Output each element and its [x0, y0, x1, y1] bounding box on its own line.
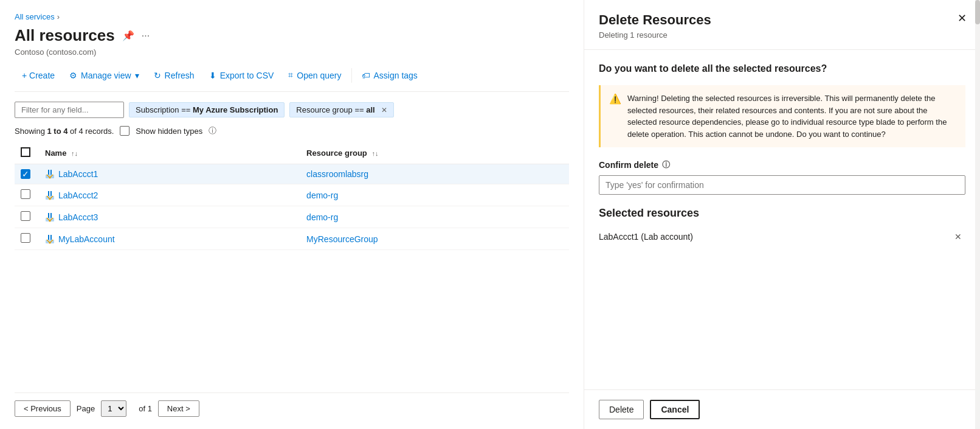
cancel-button[interactable]: Cancel [650, 400, 700, 419]
resource-name-4: MyLabAccount [58, 234, 115, 244]
pagination: < Previous Page 1 of 1 Next > [15, 392, 569, 417]
resource-link-mylabaccount[interactable]: MyLabAccount [45, 234, 294, 244]
rg-link-1[interactable]: classroomlabsrg [306, 169, 368, 179]
svg-rect-14 [50, 235, 52, 240]
delete-button[interactable]: Delete [599, 400, 644, 419]
svg-rect-10 [50, 213, 52, 218]
show-hidden-checkbox[interactable] [120, 126, 129, 136]
row-1-checkbox[interactable]: ✓ [21, 169, 30, 179]
warning-box: ⚠️ Warning! Deleting the selected resour… [599, 85, 965, 147]
resource-group-filter-tag: Resource group == all ✕ [289, 102, 393, 117]
chevron-down-icon: ▾ [135, 71, 139, 80]
rg-link-3[interactable]: demo-rg [306, 212, 338, 222]
svg-rect-9 [48, 213, 49, 218]
query-label: Open query [297, 71, 341, 80]
resource-group-filter-close[interactable]: ✕ [381, 106, 387, 114]
delete-resources-panel: Delete Resources Deleting 1 resource ✕ D… [584, 0, 980, 429]
resource-name-3: LabAccct3 [58, 212, 98, 222]
scrollbar-thumb[interactable] [975, 0, 980, 24]
resource-name-2: LabAccct2 [58, 190, 98, 200]
export-icon: ⬇ [209, 71, 216, 80]
query-icon: ⌗ [288, 70, 293, 80]
confirm-info-icon[interactable]: ⓘ [662, 159, 670, 170]
left-panel: All services › All resources 📌 ··· Conto… [0, 0, 584, 429]
next-button[interactable]: Next > [158, 400, 199, 417]
resources-table: Name ↑↓ Resource group ↑↓ ✓ [15, 142, 569, 250]
confirm-input[interactable] [599, 175, 965, 195]
records-text: Showing 1 to 4 of 4 records. [15, 127, 114, 136]
selected-resource-name: LabAccct1 (Lab account) [599, 232, 693, 242]
row-4-checkbox[interactable] [21, 233, 30, 243]
rg-link-4[interactable]: MyResourceGroup [306, 234, 378, 244]
confirm-label-text: Confirm delete [599, 160, 658, 170]
confirm-label: Confirm delete ⓘ [599, 159, 965, 170]
refresh-button[interactable]: ↻ Refresh [147, 67, 202, 84]
refresh-label: Refresh [165, 71, 195, 80]
table-row: ✓ [15, 164, 569, 184]
refresh-icon: ↻ [154, 71, 161, 80]
pin-icon[interactable]: 📌 [122, 30, 134, 41]
scrollbar-track[interactable] [975, 0, 980, 429]
lab-icon [45, 234, 55, 244]
page-select[interactable]: 1 [101, 400, 126, 417]
selected-resources-section: Selected resources LabAccct1 (Lab accoun… [599, 207, 965, 246]
remove-resource-button[interactable]: ✕ [951, 231, 965, 243]
name-sort-icon[interactable]: ↑↓ [71, 150, 78, 157]
svg-rect-2 [50, 170, 52, 175]
svg-point-3 [49, 177, 51, 179]
page-subtitle: Contoso (contoso.com) [15, 47, 569, 57]
selected-resources-title: Selected resources [599, 207, 965, 220]
more-icon[interactable]: ··· [142, 30, 150, 41]
svg-point-15 [49, 242, 51, 243]
svg-point-7 [49, 198, 51, 200]
export-label: Export to CSV [220, 71, 274, 80]
page-title: All resources [15, 26, 115, 45]
table-row: MyLabAccount MyResourceGroup [15, 228, 569, 250]
rg-sort-icon[interactable]: ↑↓ [371, 150, 378, 157]
panel-footer: Delete Cancel [584, 389, 980, 429]
row-3-checkbox[interactable] [21, 211, 30, 221]
create-button[interactable]: + Create [15, 67, 62, 84]
tags-label: Assign tags [374, 71, 418, 80]
resource-name-1: LabAccct1 [58, 169, 98, 179]
export-button[interactable]: ⬇ Export to CSV [202, 67, 281, 84]
resource-link-labacct3[interactable]: LabAccct3 [45, 212, 294, 222]
tags-icon: 🏷 [362, 71, 370, 80]
svg-rect-5 [48, 191, 49, 196]
resource-link-labacct1[interactable]: LabAccct1 [45, 169, 294, 179]
show-hidden-info-icon[interactable]: ⓘ [209, 125, 216, 136]
toolbar: + Create ⚙ Manage view ▾ ↻ Refresh ⬇ Exp… [15, 66, 569, 92]
previous-button[interactable]: < Previous [15, 400, 71, 417]
subscription-filter-tag: Subscription == My Azure Subscription [129, 102, 285, 117]
panel-close-button[interactable]: ✕ [953, 10, 970, 27]
lab-icon [45, 169, 55, 179]
page-of-label: of 1 [139, 404, 152, 413]
records-row: Showing 1 to 4 of 4 records. Show hidden… [15, 125, 569, 136]
row-2-checkbox[interactable] [21, 189, 30, 199]
rg-link-2[interactable]: demo-rg [306, 190, 338, 200]
svg-rect-6 [50, 191, 52, 196]
panel-subtitle: Deleting 1 resource [599, 30, 965, 40]
svg-rect-13 [48, 235, 49, 240]
table-container: Name ↑↓ Resource group ↑↓ ✓ [15, 142, 569, 392]
manage-view-button[interactable]: ⚙ Manage view ▾ [62, 67, 147, 84]
svg-rect-1 [48, 170, 49, 175]
breadcrumb-link[interactable]: All services [15, 12, 55, 21]
resource-link-labacct2[interactable]: LabAccct2 [45, 190, 294, 200]
open-query-button[interactable]: ⌗ Open query [281, 66, 348, 84]
confirm-section: Confirm delete ⓘ [599, 159, 965, 195]
toolbar-divider [351, 68, 352, 83]
filter-input[interactable] [15, 102, 124, 118]
breadcrumb[interactable]: All services › [15, 12, 569, 21]
name-column-header: Name ↑↓ [39, 142, 300, 164]
delete-question: Do you want to delete all the selected r… [599, 62, 965, 75]
filters-row: Subscription == My Azure Subscription Re… [15, 102, 569, 118]
table-row: LabAccct3 demo-rg [15, 206, 569, 228]
page-title-row: All resources 📌 ··· [15, 26, 569, 45]
breadcrumb-chevron: › [57, 12, 60, 21]
page-label: Page [77, 404, 95, 413]
table-row: LabAccct2 demo-rg [15, 184, 569, 206]
warning-text: Warning! Deleting the selected resources… [627, 92, 957, 140]
assign-tags-button[interactable]: 🏷 Assign tags [354, 67, 425, 84]
select-all-checkbox[interactable] [21, 147, 30, 157]
